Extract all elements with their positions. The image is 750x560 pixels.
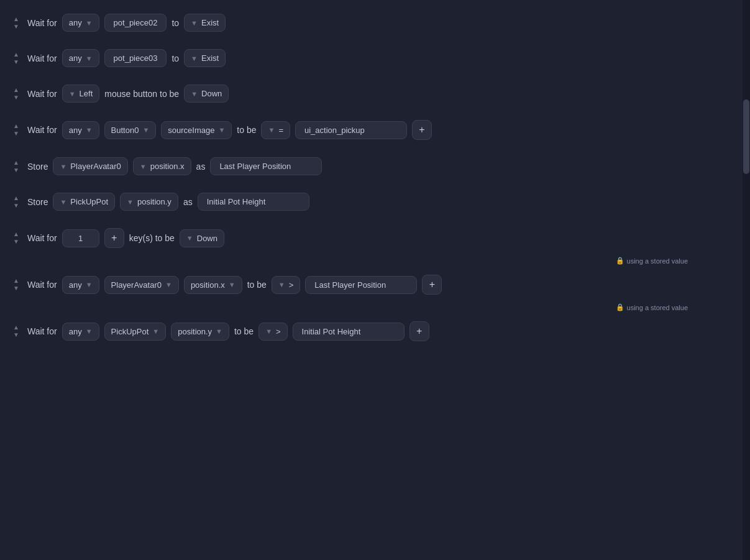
row-7-state-dropdown[interactable]: ▼ Down [180, 229, 224, 247]
row-6-up-chevron[interactable]: ▲ [13, 195, 19, 201]
row-6-controls[interactable]: ▲ ▼ [10, 195, 22, 209]
row-8-property-dropdown[interactable]: position.x ▼ [184, 276, 242, 294]
row-3-state-dropdown[interactable]: ▼ Down [184, 85, 229, 103]
row-4-up-chevron[interactable]: ▲ [13, 123, 19, 129]
row-1-condition-dropdown[interactable]: ▼ Exist [184, 14, 226, 32]
row-4-quantifier-dropdown[interactable]: any ▼ [62, 121, 99, 139]
row-5: ▲ ▼ Store ▼ PlayerAvatar0 ▼ position.x a… [10, 149, 750, 184]
row-4-value-field[interactable]: ui_action_pickup [295, 121, 407, 139]
row-3-up-chevron[interactable]: ▲ [13, 87, 19, 93]
row-8-down-chevron[interactable]: ▼ [13, 285, 19, 291]
row-1-condition-chevron-left: ▼ [191, 19, 198, 27]
row-8-object-dropdown[interactable]: PlayerAvatar0 ▼ [104, 276, 179, 294]
row-9-quantifier-chevron: ▼ [86, 328, 93, 335]
row-9-connector-label: to be [234, 326, 254, 336]
row-7-up-chevron[interactable]: ▲ [13, 231, 19, 237]
row-9-property-dropdown[interactable]: position.y ▼ [171, 323, 229, 341]
row-6-property-dropdown[interactable]: ▼ position.y [120, 193, 178, 211]
row-6-object-dropdown[interactable]: ▼ PickUpPot [53, 193, 115, 211]
lock-icon-9: 🔒 [616, 303, 624, 311]
row-5-up-chevron[interactable]: ▲ [13, 160, 19, 166]
row-2-controls[interactable]: ▲ ▼ [10, 52, 22, 65]
row-7-state-chevron: ▼ [186, 234, 193, 242]
row-5-property-dropdown[interactable]: ▼ position.x [133, 157, 191, 175]
row-5-controls[interactable]: ▲ ▼ [10, 160, 22, 173]
row-4-object-chevron: ▼ [142, 126, 149, 134]
row-3: ▲ ▼ Wait for ▼ Left mouse button to be ▼… [10, 76, 750, 111]
row-8-operator-chevron: ▼ [278, 281, 285, 288]
scrollbar-track[interactable] [743, 0, 750, 560]
row-4-connector-label: to be [237, 125, 256, 135]
row-9-operator-dropdown[interactable]: ▼ > [258, 323, 287, 341]
row-8-connector-label: to be [247, 280, 267, 290]
row-3-controls[interactable]: ▲ ▼ [10, 87, 22, 101]
row-6-store-label: Store [27, 197, 48, 207]
row-5-object-dropdown[interactable]: ▼ PlayerAvatar0 [53, 157, 127, 175]
row-9-object-chevron: ▼ [152, 328, 159, 335]
row-7-add-key-button[interactable]: + [104, 228, 124, 248]
row-5-connector-label: as [196, 162, 206, 172]
row-1-down-chevron[interactable]: ▼ [13, 24, 19, 30]
row-7-count-input[interactable]: 1 [62, 229, 99, 247]
row-8-wrapper: 🔒 using a stored value ▲ ▼ Wait for any … [10, 257, 750, 303]
row-5-store-label: Store [27, 162, 48, 172]
row-9-wrapper: 🔒 using a stored value ▲ ▼ Wait for any … [10, 303, 750, 350]
row-1-object-value[interactable]: pot_piece02 [104, 14, 167, 32]
row-8-up-chevron[interactable]: ▲ [13, 278, 19, 284]
row-9-add-button[interactable]: + [409, 321, 429, 341]
row-8-hint-container: 🔒 using a stored value [10, 257, 750, 266]
row-3-wait-label: Wait for [27, 89, 57, 99]
row-3-button-chevron: ▼ [69, 90, 76, 98]
row-2-object-value[interactable]: pot_piece03 [104, 49, 167, 67]
row-4-operator-chevron: ▼ [268, 126, 275, 134]
row-8-add-button[interactable]: + [422, 275, 442, 295]
row-9-down-chevron[interactable]: ▼ [13, 332, 19, 338]
row-2-quantifier-dropdown[interactable]: any ▼ [62, 49, 99, 67]
row-6-down-chevron[interactable]: ▼ [13, 203, 19, 209]
row-6-property-chevron: ▼ [127, 198, 134, 206]
row-7-controls[interactable]: ▲ ▼ [10, 231, 22, 245]
row-4-down-chevron[interactable]: ▼ [13, 131, 19, 137]
row-4-controls[interactable]: ▲ ▼ [10, 123, 22, 137]
row-8-controls[interactable]: ▲ ▼ [10, 278, 22, 291]
row-2-condition-chevron-left: ▼ [191, 55, 198, 62]
row-1-controls[interactable]: ▲ ▼ [10, 16, 22, 30]
row-2-condition-dropdown[interactable]: ▼ Exist [184, 49, 226, 67]
row-7-middle-label: key(s) to be [129, 233, 175, 243]
row-5-variable-field[interactable]: Last Player Position [210, 157, 322, 175]
row-9-hint-container: 🔒 using a stored value [10, 303, 750, 313]
row-8-property-chevron: ▼ [229, 281, 236, 288]
row-4-add-button[interactable]: + [412, 120, 432, 140]
row-2-wait-label: Wait for [27, 53, 57, 63]
row-2-connector-label: to [171, 53, 179, 63]
row-3-down-chevron[interactable]: ▼ [13, 94, 19, 101]
row-1-up-chevron[interactable]: ▲ [13, 16, 19, 22]
row-4-object-dropdown[interactable]: Button0 ▼ [104, 121, 157, 139]
row-9-value-field[interactable]: Initial Pot Height [293, 323, 405, 341]
row-2-up-chevron[interactable]: ▲ [13, 52, 19, 58]
row-9-object-dropdown[interactable]: PickUpPot ▼ [104, 323, 167, 341]
row-1-quantifier-dropdown[interactable]: any ▼ [62, 14, 99, 32]
row-5-down-chevron[interactable]: ▼ [13, 167, 19, 173]
scrollbar-thumb[interactable] [743, 99, 749, 174]
row-4-operator-dropdown[interactable]: ▼ = [261, 121, 290, 139]
row-3-button-dropdown[interactable]: ▼ Left [62, 85, 100, 103]
row-4-property-dropdown[interactable]: sourceImage ▼ [161, 121, 232, 139]
row-8-quantifier-dropdown[interactable]: any ▼ [62, 276, 99, 294]
row-8-operator-dropdown[interactable]: ▼ > [272, 276, 300, 294]
row-2-quantifier-chevron: ▼ [86, 55, 93, 62]
lock-icon-8: 🔒 [616, 257, 624, 265]
row-1-connector-label: to [171, 18, 179, 28]
row-7-down-chevron[interactable]: ▼ [13, 239, 19, 245]
row-9-up-chevron[interactable]: ▲ [13, 324, 19, 331]
row-8: ▲ ▼ Wait for any ▼ PlayerAvatar0 ▼ posit… [10, 266, 750, 303]
row-9-quantifier-dropdown[interactable]: any ▼ [62, 323, 99, 341]
row-8-stored-hint: 🔒 using a stored value [616, 257, 688, 265]
row-1-wait-label: Wait for [27, 18, 57, 28]
row-8-value-field[interactable]: Last Player Position [305, 276, 417, 294]
row-9-controls[interactable]: ▲ ▼ [10, 324, 22, 338]
row-2-down-chevron[interactable]: ▼ [13, 59, 19, 65]
row-7: ▲ ▼ Wait for 1 + key(s) to be ▼ Down [10, 219, 750, 257]
row-1-quantifier-chevron: ▼ [86, 19, 93, 27]
row-6-variable-field[interactable]: Initial Pot Height [198, 193, 309, 211]
